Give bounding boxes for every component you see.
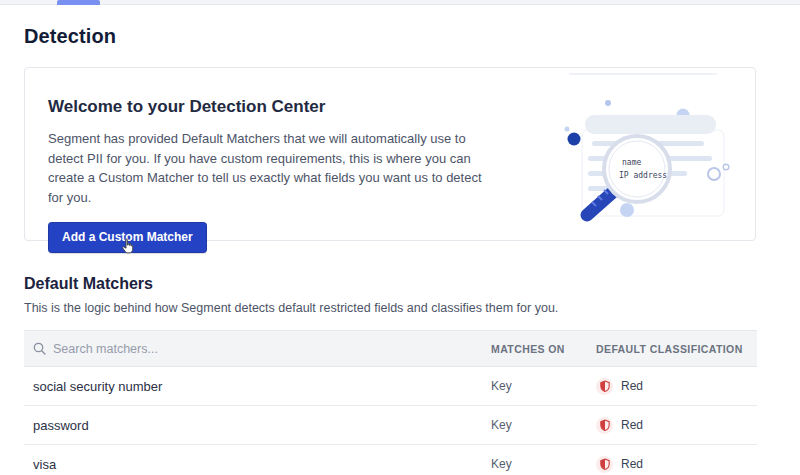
- matcher-matches-on: Key: [491, 379, 596, 393]
- red-classification-shield-icon: [596, 456, 613, 473]
- matcher-name: visa: [24, 457, 491, 472]
- matcher-matches-on: Key: [491, 418, 596, 432]
- matcher-row-visa[interactable]: visa Key Red: [24, 445, 757, 475]
- welcome-description: Segment has provided Default Matchers th…: [48, 129, 500, 207]
- search-matchers-field[interactable]: [24, 342, 491, 356]
- detection-illustration: name IP address: [561, 68, 747, 224]
- matcher-matches-on: Key: [491, 457, 596, 471]
- default-matchers-heading: Default Matchers: [24, 275, 800, 293]
- default-matchers-description: This is the logic behind how Segment det…: [24, 301, 800, 315]
- column-header-matches-on: MATCHES ON: [491, 343, 596, 355]
- active-tab-indicator[interactable]: [57, 0, 100, 5]
- search-matchers-input[interactable]: [53, 342, 433, 356]
- page-title: Detection: [24, 25, 800, 48]
- classification-label: Red: [621, 457, 643, 471]
- search-icon: [33, 342, 46, 355]
- add-custom-matcher-label: Add a Custom Matcher: [62, 230, 193, 244]
- red-classification-shield-icon: [596, 417, 613, 434]
- illustration-label-ip-address: IP address: [619, 171, 667, 180]
- column-header-default-classification: DEFAULT CLASSIFICATION: [596, 343, 757, 355]
- welcome-card: Welcome to your Detection Center Segment…: [24, 67, 756, 241]
- classification-label: Red: [621, 418, 643, 432]
- matcher-row-social-security-number[interactable]: social security number Key Red: [24, 367, 757, 406]
- matchers-table-header: MATCHES ON DEFAULT CLASSIFICATION: [24, 330, 757, 367]
- matcher-name: social security number: [24, 379, 491, 394]
- red-classification-shield-icon: [596, 378, 613, 395]
- classification-label: Red: [621, 379, 643, 393]
- matcher-row-password[interactable]: password Key Red: [24, 406, 757, 445]
- illustration-label-name: name: [622, 158, 641, 167]
- matcher-name: password: [24, 418, 491, 433]
- tab-bar: [0, 0, 800, 5]
- matchers-table: MATCHES ON DEFAULT CLASSIFICATION social…: [24, 330, 757, 475]
- add-custom-matcher-button[interactable]: Add a Custom Matcher: [48, 222, 207, 253]
